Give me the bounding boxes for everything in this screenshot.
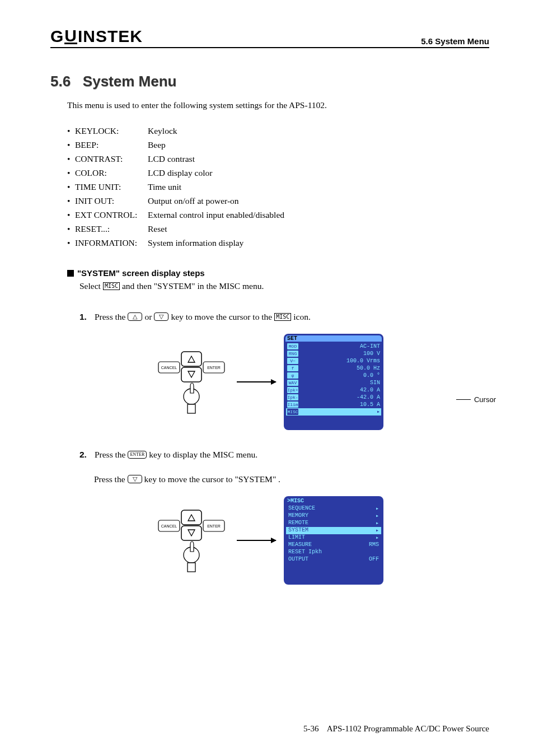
lcd-screen-misc: >MISC SEQUENCE▸ MEMORY▸ REMOTE▸ SYSTEM▸ … bbox=[284, 496, 383, 585]
svg-text:CANCEL: CANCEL bbox=[161, 524, 177, 528]
page-footer: 5-36 APS-1102 Programmable AC/DC Power S… bbox=[303, 724, 489, 734]
svg-rect-7 bbox=[188, 404, 195, 413]
intro-text: This menu is used to enter the following… bbox=[67, 100, 489, 110]
svg-text:CANCEL: CANCEL bbox=[161, 366, 177, 370]
brand-logo: GUINSTEK bbox=[50, 27, 143, 46]
list-item: •INIT OUT:Output on/off at power-on bbox=[67, 196, 489, 206]
lcd-screen-set: SET MODAC-INT RNG100 V V~100.0 Vrms f50.… bbox=[284, 334, 383, 430]
arrow-right-icon bbox=[237, 540, 276, 541]
list-item: •COLOR:LCD display color bbox=[67, 168, 489, 178]
list-item: •EXT CONTROL:External control input enab… bbox=[67, 210, 489, 220]
misc-icon: MISC bbox=[103, 282, 120, 290]
section-name: System Menu bbox=[83, 73, 177, 90]
list-item: •INFORMATION:System information display bbox=[67, 238, 489, 248]
steps-subheading: "SYSTEM" screen display steps bbox=[67, 268, 489, 278]
list-item: •BEEP:Beep bbox=[67, 140, 489, 150]
footer-title: APS-1102 Programmable AC/DC Power Source bbox=[327, 724, 489, 733]
page-number: 5-36 bbox=[303, 724, 319, 733]
down-key-icon bbox=[128, 475, 142, 483]
list-item: •TIME UNIT:Time unit bbox=[67, 182, 489, 192]
down-key-icon bbox=[154, 312, 168, 321]
page-header: GUINSTEK 5.6 System Menu bbox=[50, 27, 489, 48]
svg-rect-0 bbox=[181, 352, 202, 366]
step-2-line-1: 2. Press the ENTER key to display the MI… bbox=[79, 447, 489, 463]
list-item: •RESET...:Reset bbox=[67, 224, 489, 234]
square-bullet-icon bbox=[67, 270, 74, 277]
svg-rect-15 bbox=[188, 563, 195, 572]
lcd-title: >MISC bbox=[285, 498, 382, 504]
svg-text:ENTER: ENTER bbox=[207, 524, 221, 528]
step-number: 1. bbox=[79, 309, 87, 325]
cursor-callout: Cursor bbox=[456, 395, 496, 404]
diagram-step-2: CANCEL ENTER >MISC SEQUENCE▸ MEMORY▸ REM… bbox=[50, 496, 489, 585]
keypad-illustration: CANCEL ENTER bbox=[156, 348, 229, 416]
enter-key-icon: ENTER bbox=[128, 451, 147, 459]
step-1: 1. Press the or key to move the cursor t… bbox=[79, 309, 489, 325]
svg-rect-1 bbox=[181, 367, 202, 382]
step-number: 2. bbox=[79, 447, 87, 463]
lcd-cursor-row: MISC▸ bbox=[286, 408, 381, 416]
lcd-cursor-row: SYSTEM▸ bbox=[286, 527, 381, 534]
header-section-label: 5.6 System Menu bbox=[421, 36, 489, 46]
section-title: 5.6 System Menu bbox=[50, 73, 489, 90]
diagram-step-1: CANCEL ENTER SET MODAC-INT RNG100 V V~10… bbox=[50, 334, 489, 430]
keypad-illustration: CANCEL ENTER bbox=[156, 507, 229, 574]
step-2-line-2: Press the key to move the cursor to "SYS… bbox=[94, 472, 489, 487]
svg-text:ENTER: ENTER bbox=[207, 366, 221, 370]
settings-list: •KEYLOCK:Keylock •BEEP:Beep •CONTRAST:LC… bbox=[67, 126, 489, 248]
up-key-icon bbox=[128, 312, 142, 321]
svg-rect-8 bbox=[181, 510, 202, 525]
misc-icon: MISC bbox=[274, 313, 291, 321]
list-item: •CONTRAST:LCD contrast bbox=[67, 154, 489, 164]
arrow-right-icon bbox=[237, 381, 276, 382]
svg-rect-9 bbox=[181, 526, 202, 540]
section-number: 5.6 bbox=[50, 73, 71, 90]
list-item: •KEYLOCK:Keylock bbox=[67, 126, 489, 136]
lcd-title: SET bbox=[285, 335, 382, 342]
steps-subtext: Select MISC and then "SYSTEM" in the MIS… bbox=[79, 281, 489, 291]
